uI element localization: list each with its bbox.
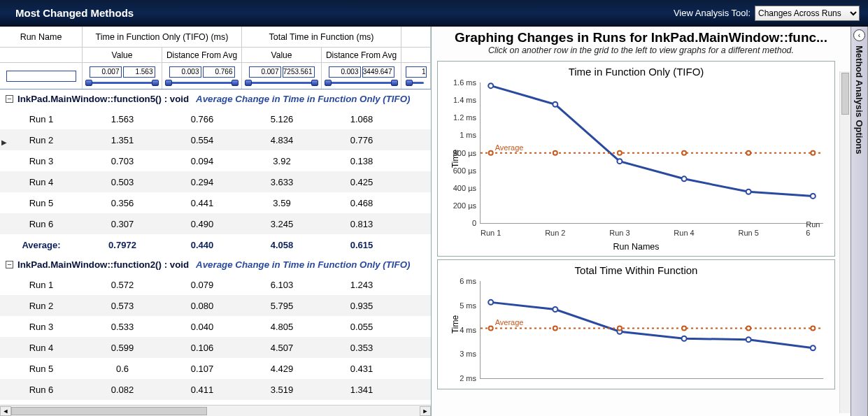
filter-tifo-dist-hi[interactable]	[203, 66, 235, 78]
expander-icon[interactable]: −	[6, 261, 13, 268]
cell-tifo-value: 0.082	[83, 385, 162, 395]
cell-tifo-dist: 0.411	[162, 385, 242, 395]
scroll-right-icon[interactable]: ►	[420, 406, 431, 416]
slider-tifo-dist[interactable]	[164, 79, 240, 86]
y-tick: 0	[441, 219, 476, 227]
svg-point-11	[746, 151, 750, 155]
hscroll-thumb[interactable]	[11, 407, 207, 415]
x-tick: Run 3	[609, 229, 629, 237]
grid-filter-row	[0, 63, 431, 89]
cell-runname: Run 6	[0, 385, 83, 395]
table-row[interactable]: Run 4 0.599 0.106 4.507 0.353	[0, 337, 431, 358]
cell-tifo-value: 0.703	[83, 156, 162, 166]
cell-tifo-value: 0.599	[83, 343, 162, 353]
filter-trunc[interactable]	[406, 66, 427, 78]
svg-point-3	[682, 176, 687, 181]
y-tick: 1.4 ms	[441, 96, 476, 104]
chart-vscrollbar[interactable]	[839, 71, 851, 413]
table-row[interactable]: Run 3 0.533 0.040 4.805 0.055	[0, 316, 431, 337]
col-runname[interactable]: Run Name	[0, 27, 83, 47]
view-tool-select[interactable]: Changes Across Runs	[755, 6, 860, 21]
cell-tifo-dist: 0.079	[162, 280, 242, 290]
filter-ttf-val-lo[interactable]	[249, 66, 281, 78]
cell-runname: Run 5	[0, 198, 83, 208]
cell-ttf-dist: 0.468	[322, 198, 401, 208]
table-row[interactable]: Run 4 0.503 0.294 3.633 0.425	[0, 171, 431, 192]
grid-header-row2: Value Distance From Avg Value Distance F…	[0, 48, 431, 63]
cell-ttf-dist: 1.243	[322, 280, 401, 290]
chart-subheading: Click on another row in the grid to the …	[432, 45, 851, 58]
method-group-header[interactable]: − InkPad.MainWindow::function2() : void …	[0, 255, 431, 274]
slider-tifo-val[interactable]	[84, 79, 160, 86]
average-row: Average: 0.79720.440 4.0580.615	[0, 234, 431, 255]
cell-runname: Run 6	[0, 219, 83, 229]
expander-icon[interactable]: −	[6, 95, 13, 103]
col-tifo[interactable]: Time in Function Only (TIFO) (ms)	[83, 27, 242, 47]
cell-tifo-value: 0.307	[83, 219, 162, 229]
app-title: Most Changed Methods	[15, 7, 134, 19]
slider-ttf-dist[interactable]	[323, 79, 399, 86]
cell-tifo-dist: 0.490	[162, 219, 242, 229]
svg-point-16	[682, 336, 687, 341]
sub-ttf-dist[interactable]: Distance From Avg	[322, 48, 401, 62]
vscroll-thumb[interactable]	[841, 73, 849, 115]
sub-ttf-value[interactable]: Value	[242, 48, 322, 62]
cell-ttf-value: 3.519	[242, 385, 322, 395]
cell-ttf-dist: 0.425	[322, 177, 401, 187]
svg-point-10	[682, 151, 686, 155]
side-panel-chevron-icon[interactable]: ‹	[853, 29, 865, 41]
filter-ttf-dist-lo[interactable]	[329, 66, 361, 78]
chart-tifo-xaxis: Run Names	[613, 242, 660, 252]
cell-ttf-dist: 0.776	[322, 135, 401, 145]
filter-ttf-dist-hi[interactable]	[362, 66, 394, 78]
table-row[interactable]: Run 3 0.703 0.094 3.92 0.138	[0, 150, 431, 171]
method-group-header[interactable]: − InkPad.MainWindow::function5() : void …	[0, 89, 431, 108]
col-trunc[interactable]	[401, 27, 431, 47]
filter-runname-input[interactable]	[6, 71, 76, 82]
svg-point-18	[811, 345, 816, 350]
slider-trunc[interactable]	[404, 79, 428, 86]
svg-point-1	[553, 102, 557, 107]
table-row[interactable]: Run 1 0.572 0.079 6.103 1.243	[0, 274, 431, 295]
table-row[interactable]: Run 6 0.307 0.490 3.245 0.813	[0, 213, 431, 234]
cell-ttf-dist: 1.068	[322, 114, 401, 124]
y-tick: 5 ms	[441, 301, 476, 310]
sub-tifo-dist[interactable]: Distance From Avg	[162, 48, 242, 62]
chart-tifo-plot: Average 0200 µs400 µs600 µs800 µs1 ms1.2…	[480, 83, 823, 224]
table-row[interactable]: Run 2 1.351 0.554 4.834 0.776	[0, 129, 431, 150]
y-tick: 200 µs	[441, 201, 476, 210]
svg-point-17	[746, 337, 751, 342]
chart-ttf-plot: Average 2 ms3 ms4 ms5 ms6 ms	[480, 281, 823, 379]
side-panel-label[interactable]: Method Analysis Options	[854, 45, 865, 155]
cell-ttf-value: 4.805	[242, 322, 322, 332]
filter-tifo-val-lo[interactable]	[90, 66, 122, 78]
table-row[interactable]: Run 2 0.573 0.080 5.795 0.935	[0, 295, 431, 316]
svg-point-2	[617, 159, 622, 164]
table-row[interactable]: Run 6 0.082 0.411 3.519 1.341	[0, 379, 431, 400]
y-tick: 400 µs	[441, 184, 476, 192]
filter-ttf-val-hi[interactable]	[283, 66, 315, 78]
cell-tifo-value: 0.573	[83, 301, 162, 311]
cell-ttf-dist: 1.341	[322, 385, 401, 395]
sub-tifo-value[interactable]: Value	[83, 48, 162, 62]
svg-point-4	[746, 189, 751, 194]
table-row[interactable]: Run 5 0.6 0.107 4.429 0.431	[0, 358, 431, 379]
y-tick: 4 ms	[441, 326, 476, 334]
slider-ttf-val[interactable]	[243, 79, 320, 86]
filter-tifo-dist-lo[interactable]	[169, 66, 201, 78]
cell-runname: Run 5	[0, 364, 83, 374]
scroll-left-icon[interactable]: ◄	[0, 406, 11, 416]
svg-point-9	[618, 151, 622, 155]
grid-body[interactable]: − InkPad.MainWindow::function5() : void …	[0, 89, 431, 405]
grid-hscrollbar[interactable]: ◄ ►	[0, 405, 431, 416]
table-row[interactable]: Run 5 0.356 0.441 3.59 0.468	[0, 192, 431, 213]
col-ttf[interactable]: Total Time in Function (ms)	[242, 27, 401, 47]
method-name: InkPad.MainWindow::function5() : void	[17, 94, 189, 104]
filter-tifo-val-hi[interactable]	[123, 66, 155, 78]
table-row[interactable]: Run 1 1.563 0.766 5.126 1.068	[0, 108, 431, 129]
cell-ttf-value: 4.429	[242, 364, 322, 374]
cell-tifo-dist: 0.107	[162, 364, 242, 374]
methods-grid-pane: Run Name Time in Function Only (TIFO) (m…	[0, 27, 432, 416]
side-panel-tab[interactable]: ‹ Method Analysis Options	[851, 27, 868, 416]
svg-point-7	[489, 151, 493, 155]
